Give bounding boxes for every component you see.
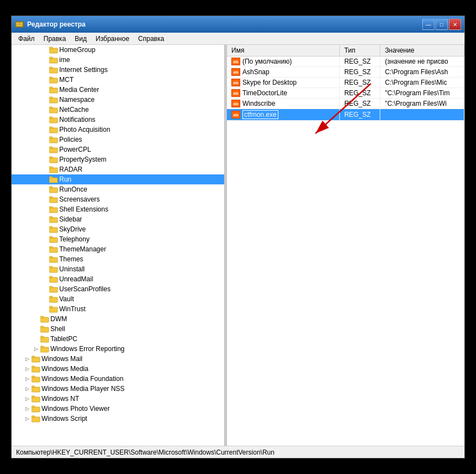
svg-rect-75 — [32, 396, 35, 398]
tree-item[interactable]: Themes — [12, 254, 224, 264]
tree-item-label: Windows Error Reporting — [50, 345, 125, 353]
tree-item[interactable]: Uninstall — [12, 264, 224, 274]
expander-icon[interactable]: ▷ — [23, 354, 32, 363]
tree-item[interactable]: SkyDrive — [12, 224, 224, 234]
tree-item[interactable]: RADAR — [12, 164, 224, 174]
tree-item[interactable]: Vault — [12, 294, 224, 304]
svg-rect-65 — [40, 346, 44, 348]
tree-item-label: SkyDrive — [59, 225, 86, 233]
tree-item-label: Telephony — [59, 235, 90, 243]
expander-placeholder — [40, 105, 49, 114]
minimize-button[interactable]: — — [422, 19, 434, 30]
registry-scroll[interactable]: Имя Тип Значение ab(По умолчанию)REG_SZ(… — [227, 45, 464, 446]
tree-item[interactable]: WinTrust — [12, 304, 224, 314]
svg-rect-57 — [49, 306, 53, 308]
menu-item-файл[interactable]: Файл — [14, 34, 39, 44]
reg-name-label: Windscribe — [242, 100, 275, 107]
tree-item[interactable]: NetCache — [12, 105, 224, 115]
tree-item[interactable]: ▷ Windows Media Foundation — [12, 374, 224, 384]
tree-item[interactable]: Photo Acquisition — [12, 125, 224, 135]
expander-icon[interactable]: ▷ — [23, 404, 32, 413]
table-row[interactable]: abctfmon.exeREG_SZ — [227, 109, 464, 121]
tree-item-label: Notifications — [59, 116, 95, 123]
expander-placeholder — [40, 135, 49, 144]
expander-placeholder — [40, 95, 49, 104]
tree-item[interactable]: Run — [12, 174, 224, 184]
table-row[interactable]: abSkype for DesktopREG_SZC:\Program File… — [227, 78, 464, 88]
expander-placeholder — [40, 65, 49, 74]
tree-panel[interactable]: HomeGroup ime Internet Settings MCT Medi… — [12, 45, 225, 446]
tree-item[interactable]: ime — [12, 55, 224, 65]
table-row[interactable]: abWindscribeREG_SZ"C:\Program Files\Wi — [227, 99, 464, 109]
row-value-cell: "C:\Program Files\Wi — [380, 99, 464, 109]
tree-item[interactable]: Media Center — [12, 85, 224, 95]
tree-item-label: ime — [59, 56, 70, 64]
maximize-button[interactable]: □ — [436, 19, 448, 30]
reg-name-label: TimeDoctorLite — [242, 89, 287, 97]
expander-placeholder — [40, 295, 49, 303]
tree-item[interactable]: ▷ Windows Media Player NSS — [12, 384, 224, 394]
menu-item-вид[interactable]: Вид — [70, 34, 91, 44]
tree-item-label: Windows Media Foundation — [42, 375, 123, 383]
tree-item[interactable]: DWM — [12, 314, 224, 324]
tree-item[interactable]: Namespace — [12, 95, 224, 105]
close-button[interactable]: ✕ — [449, 19, 461, 30]
menu-item-справка[interactable]: Справка — [134, 34, 169, 44]
table-row[interactable]: abAshSnapREG_SZC:\Program Files\Ash — [227, 67, 464, 78]
tree-item[interactable]: TabletPC — [12, 334, 224, 344]
expander-icon[interactable]: ▷ — [23, 394, 32, 403]
tree-item[interactable]: PropertySystem — [12, 154, 224, 164]
tree-item-label: PropertySystem — [59, 156, 106, 163]
tree-item[interactable]: Shell — [12, 324, 224, 334]
tree-item[interactable]: UserScanProfiles — [12, 284, 224, 294]
main-content: HomeGroup ime Internet Settings MCT Medi… — [12, 45, 464, 446]
expander-icon[interactable]: ▷ — [23, 364, 32, 373]
expander-icon[interactable]: ▷ — [23, 384, 32, 393]
tree-item-label: RADAR — [59, 166, 82, 173]
expander-placeholder — [40, 115, 49, 124]
tree-item-label: NetCache — [59, 106, 89, 114]
tree-item-label: Policies — [59, 136, 82, 143]
tree-item[interactable]: ▷ Windows Photo Viewer — [12, 404, 224, 414]
expander-icon[interactable]: ▷ — [23, 414, 32, 423]
expander-placeholder — [40, 125, 49, 134]
tree-item-label: Screensavers — [59, 195, 100, 203]
tree-item[interactable]: Telephony — [12, 234, 224, 244]
tree-item[interactable]: Notifications — [12, 115, 224, 125]
tree-item[interactable]: Shell Extensions — [12, 204, 224, 214]
tree-item-label: WinTrust — [59, 305, 86, 313]
row-type-cell: REG_SZ — [339, 109, 380, 121]
tree-item[interactable]: ▷ Windows Script — [12, 414, 224, 424]
table-row[interactable]: ab(По умолчанию)REG_SZ(значение не присв… — [227, 56, 464, 67]
expander-placeholder — [40, 215, 49, 224]
tree-item-label: Shell — [50, 325, 65, 333]
expander-icon[interactable]: ▷ — [32, 344, 40, 353]
tree-item[interactable]: UnreadMail — [12, 274, 224, 284]
tree-item[interactable]: RunOnce — [12, 184, 224, 194]
tree-item-label: Internet Settings — [59, 66, 107, 74]
expander-placeholder — [40, 305, 49, 313]
menu-item-правка[interactable]: Правка — [39, 34, 71, 44]
reg-type-icon: ab — [231, 68, 240, 76]
tree-item[interactable]: ThemeManager — [12, 244, 224, 254]
svg-rect-31 — [49, 177, 53, 178]
row-value-cell: "C:\Program Files\Tim — [380, 88, 464, 99]
tree-item[interactable]: ▷ Windows Error Reporting — [12, 344, 224, 354]
row-value-cell: C:\Program Files\Ash — [380, 67, 464, 78]
tree-item[interactable]: MCT — [12, 75, 224, 85]
tree-item[interactable]: Sidebar — [12, 214, 224, 224]
tree-item[interactable]: HomeGroup — [12, 45, 224, 55]
menu-item-избранное[interactable]: Избранное — [91, 34, 134, 44]
svg-rect-21 — [49, 127, 53, 128]
tree-item[interactable]: Screensavers — [12, 194, 224, 204]
tree-item[interactable]: ▷ Windows NT — [12, 394, 224, 404]
tree-item-label: Sidebar — [59, 215, 82, 223]
tree-item[interactable]: ▷ Windows Media — [12, 364, 224, 374]
tree-item[interactable]: PowerCPL — [12, 145, 224, 154]
tree-item[interactable]: Internet Settings — [12, 65, 224, 75]
tree-item[interactable]: Policies — [12, 135, 224, 145]
expander-icon[interactable]: ▷ — [23, 374, 32, 383]
table-row[interactable]: abTimeDoctorLiteREG_SZ"C:\Program Files\… — [227, 88, 464, 99]
svg-rect-17 — [49, 107, 53, 109]
tree-item[interactable]: ▷ Windows Mail — [12, 354, 224, 364]
